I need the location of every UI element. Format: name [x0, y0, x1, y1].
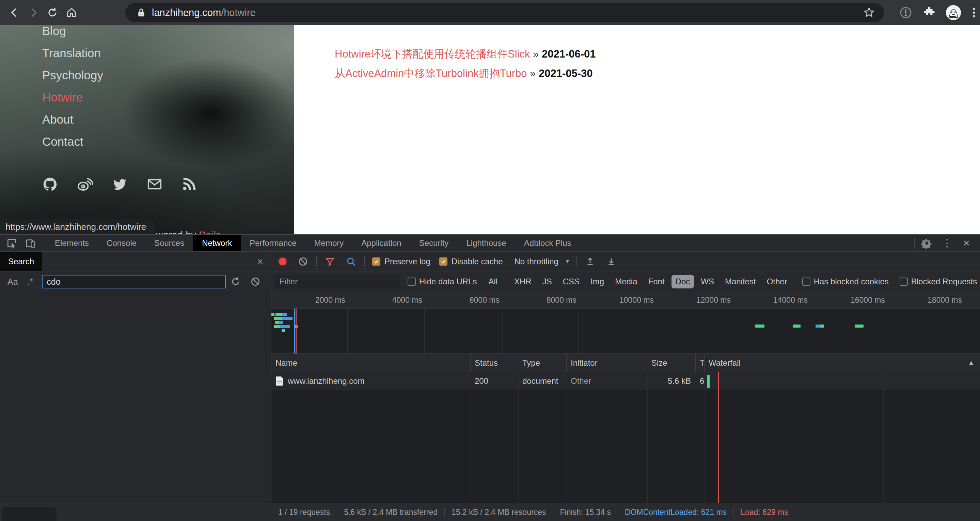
extensions-puzzle-icon[interactable]: [923, 6, 936, 19]
sort-asc-icon[interactable]: ▲: [968, 359, 975, 367]
network-summary-bar: 1 / 19 requests 5.6 kB / 2.4 MB transfer…: [271, 503, 980, 521]
rails-link[interactable]: Rails: [199, 229, 221, 234]
search-clear-icon[interactable]: [245, 277, 265, 287]
hide-data-urls-label: Hide data URLs: [419, 277, 477, 287]
url-path: /hotwire: [221, 7, 256, 18]
filter-type-media[interactable]: Media: [611, 275, 641, 288]
extension-badge-icon[interactable]: [899, 6, 913, 19]
preserve-log-checkbox[interactable]: [372, 257, 380, 266]
tab-console[interactable]: Console: [98, 235, 145, 251]
bookmark-star-icon[interactable]: [863, 6, 875, 19]
network-overview-timeline[interactable]: 2000 ms 4000 ms 6000 ms 8000 ms 10000 ms…: [271, 292, 980, 354]
column-header-type[interactable]: Type: [518, 354, 566, 372]
nav-item-psychology[interactable]: Psychology: [42, 64, 294, 86]
devtools-close-icon[interactable]: ×: [958, 236, 975, 250]
tab-performance[interactable]: Performance: [241, 235, 305, 251]
filter-input[interactable]: Filter: [275, 275, 400, 288]
email-icon[interactable]: [146, 176, 163, 192]
browser-menu-icon[interactable]: [971, 6, 977, 19]
column-header-size[interactable]: Size: [648, 354, 696, 372]
nav-item-about[interactable]: About: [42, 108, 294, 131]
filter-type-all[interactable]: All: [484, 275, 501, 288]
devtools-panel: Elements Console Sources Network Perform…: [0, 234, 980, 521]
filter-type-other[interactable]: Other: [763, 275, 791, 288]
twitter-icon[interactable]: [112, 176, 128, 192]
nav-item-blog[interactable]: Blog: [42, 25, 294, 42]
filter-type-img[interactable]: Img: [586, 275, 608, 288]
inspect-element-icon[interactable]: [2, 235, 21, 251]
post-title-link[interactable]: Hotwire环境下搭配使用传统轮播组件Slick: [335, 48, 530, 60]
post-separator: »: [530, 48, 542, 60]
screenshot-root: lanzhiheng.com/hotwire Blog Translation …: [0, 0, 980, 521]
request-type: document: [518, 376, 566, 386]
web-page: Blog Translation Psychology Hotwire Abou…: [0, 25, 980, 234]
tab-application[interactable]: Application: [352, 235, 410, 251]
filter-type-ws[interactable]: WS: [697, 275, 718, 288]
disable-cache-checkbox[interactable]: [439, 257, 447, 266]
timeline-bars-area: [271, 309, 980, 354]
column-header-time[interactable]: T: [696, 354, 705, 372]
filter-type-xhr[interactable]: XHR: [510, 275, 536, 288]
tab-memory[interactable]: Memory: [305, 235, 353, 251]
filter-type-doc[interactable]: Doc: [671, 275, 694, 288]
home-icon[interactable]: [62, 3, 81, 22]
hide-data-urls-checkbox[interactable]: [407, 277, 416, 286]
forward-icon[interactable]: [24, 3, 43, 22]
back-icon[interactable]: [5, 3, 24, 22]
search-results-area: [0, 292, 271, 503]
filter-type-js[interactable]: JS: [538, 275, 556, 288]
clear-network-log-icon[interactable]: [293, 257, 313, 267]
page-content: Hotwire环境下搭配使用传统轮播组件Slick » 2021-06-01 从…: [294, 25, 980, 234]
search-drawer-footer: [0, 503, 271, 521]
search-network-icon[interactable]: [340, 257, 362, 267]
import-har-icon[interactable]: [579, 257, 601, 267]
nav-item-contact[interactable]: Contact: [42, 131, 294, 153]
search-input[interactable]: [42, 275, 226, 288]
weibo-icon[interactable]: [76, 176, 93, 192]
match-case-toggle[interactable]: Aa: [3, 277, 23, 287]
request-row[interactable]: www.lanzhiheng.com 200 document Other 5.…: [271, 372, 980, 390]
search-drawer-tab[interactable]: Search: [0, 252, 42, 271]
post-link-row: 从ActiveAdmin中移除Turbolink拥抱Turbo » 2021-0…: [335, 64, 980, 83]
column-header-name[interactable]: Name: [271, 354, 471, 372]
requests-table: Name Status Type Initiator Size T Waterf…: [271, 354, 980, 503]
record-network-log-icon[interactable]: [279, 258, 286, 265]
regex-toggle[interactable]: .*: [23, 277, 38, 287]
filter-type-manifest[interactable]: Manifest: [721, 275, 760, 288]
column-header-waterfall[interactable]: Waterfall▲: [705, 354, 980, 372]
search-refresh-icon[interactable]: [226, 277, 245, 287]
rss-icon[interactable]: [181, 176, 197, 192]
tab-security[interactable]: Security: [410, 235, 458, 251]
tab-sources[interactable]: Sources: [145, 235, 193, 251]
nav-item-translation[interactable]: Translation: [42, 42, 294, 64]
column-header-initiator[interactable]: Initiator: [566, 354, 648, 372]
devtools-settings-gear-icon[interactable]: [917, 235, 936, 251]
search-close-icon[interactable]: ×: [250, 256, 271, 267]
blocked-requests-checkbox[interactable]: [900, 277, 908, 286]
post-date: 2021-05-30: [539, 67, 593, 79]
summary-transferred: 5.6 kB / 2.4 MB transferred: [337, 508, 445, 517]
reload-icon[interactable]: [43, 3, 62, 22]
nav-item-hotwire[interactable]: Hotwire: [42, 86, 294, 108]
waterfall-request-bar: [707, 375, 710, 388]
tab-adblock-plus[interactable]: Adblock Plus: [515, 235, 580, 251]
throttling-dropdown[interactable]: No throttling ▼: [514, 257, 570, 266]
export-har-icon[interactable]: [601, 257, 622, 267]
filter-type-font[interactable]: Font: [644, 275, 669, 288]
request-initiator: Other: [566, 376, 648, 386]
search-drawer: Search × Aa .*: [0, 252, 271, 521]
filter-type-css[interactable]: CSS: [559, 275, 584, 288]
tab-elements[interactable]: Elements: [46, 235, 98, 251]
has-blocked-cookies-checkbox[interactable]: [802, 277, 810, 286]
device-toolbar-icon[interactable]: [21, 235, 40, 251]
column-header-status[interactable]: Status: [471, 354, 518, 372]
filter-funnel-icon[interactable]: [320, 257, 340, 267]
requests-table-header: Name Status Type Initiator Size T Waterf…: [271, 354, 980, 372]
tab-lighthouse[interactable]: Lighthouse: [457, 235, 515, 251]
github-icon[interactable]: [42, 176, 58, 192]
tab-network[interactable]: Network: [193, 235, 241, 251]
profile-avatar[interactable]: [946, 5, 961, 20]
post-title-link[interactable]: 从ActiveAdmin中移除Turbolink拥抱Turbo: [335, 67, 527, 79]
devtools-menu-icon[interactable]: ⋮: [936, 237, 958, 249]
address-bar[interactable]: lanzhiheng.com/hotwire: [125, 3, 884, 22]
